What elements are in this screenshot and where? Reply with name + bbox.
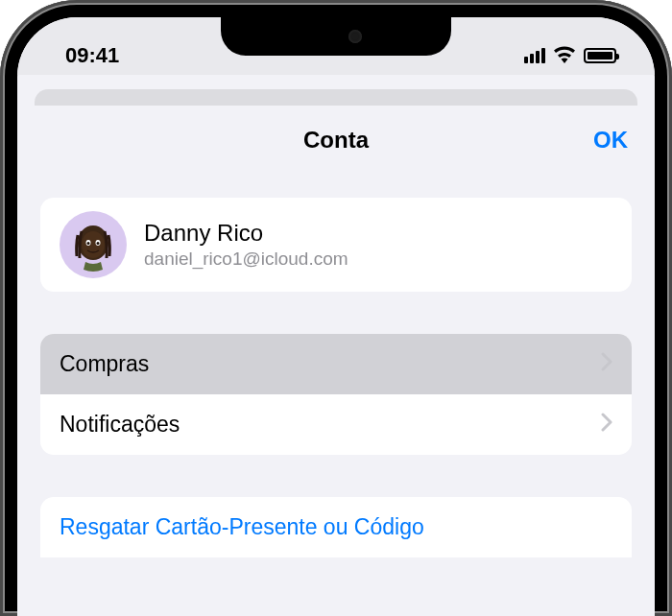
screen: 09:41 (17, 17, 655, 616)
modal-header: Conta OK (17, 106, 655, 175)
modal-title: Conta (303, 127, 369, 154)
notch (221, 17, 451, 56)
redeem-gift-card-link[interactable]: Resgatar Cartão-Presente ou Código (40, 497, 632, 557)
content-area: Danny Rico daniel_rico1@icloud.com Compr… (17, 198, 655, 557)
status-icons (524, 44, 616, 67)
purchases-label: Compras (60, 351, 149, 377)
avatar (60, 211, 127, 278)
chevron-right-icon (601, 351, 612, 377)
actions-list-group: Resgatar Cartão-Presente ou Código (40, 497, 632, 557)
status-time: 09:41 (65, 43, 119, 68)
account-modal-sheet: Conta OK (17, 106, 655, 616)
done-button[interactable]: OK (593, 127, 628, 154)
svg-point-4 (87, 242, 90, 245)
profile-email: daniel_rico1@icloud.com (144, 249, 348, 270)
notifications-menu-item[interactable]: Notificações (40, 394, 632, 455)
svg-point-1 (82, 231, 105, 258)
chevron-right-icon (601, 412, 612, 438)
profile-info: Danny Rico daniel_rico1@icloud.com (144, 220, 348, 270)
purchases-menu-item[interactable]: Compras (40, 334, 632, 394)
wifi-icon (553, 44, 576, 67)
cellular-signal-icon (524, 48, 545, 63)
svg-point-5 (97, 242, 100, 245)
profile-card[interactable]: Danny Rico daniel_rico1@icloud.com (40, 198, 632, 292)
menu-list-group: Compras Notificações (40, 334, 632, 455)
front-camera (348, 30, 362, 43)
profile-name: Danny Rico (144, 220, 348, 247)
battery-icon (584, 48, 616, 63)
notifications-label: Notificações (60, 412, 180, 438)
phone-frame: 09:41 (0, 0, 672, 616)
